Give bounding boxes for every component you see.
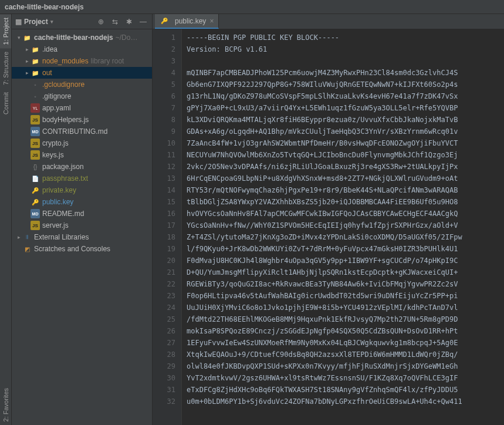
file-icon: 🔑 <box>31 185 40 195</box>
window-title: cache-little-bear-nodejs <box>5 3 84 11</box>
file-icon: JS <box>31 115 40 124</box>
select-opened-file-icon[interactable]: ⊕ <box>96 16 106 27</box>
line-number: 20 <box>153 255 175 267</box>
code-line: RTY53r/mQtNOFwymqChaz6hjPgxPe19+r8r9/Bbe… <box>187 184 499 196</box>
tree-file[interactable]: YLapp.yaml <box>12 102 152 114</box>
line-number: 3 <box>153 55 175 67</box>
code-line: -----BEGIN PGP PUBLIC KEY BLOCK----- <box>187 32 499 43</box>
file-icon: JS <box>31 150 40 160</box>
line-gutter: 1234567891011121314151617181920212223242… <box>153 29 182 425</box>
code-line: l/f9QKyu0+JrK8wDb2WWKUYi0ZvT+7dRrM+0yFuV… <box>187 243 499 255</box>
line-number: 24 <box>153 302 175 313</box>
tree-scratches[interactable]: ◩Scratches and Consoles <box>12 243 152 255</box>
main-layout: 1: Project7: StructureCommit2: Favorites… <box>0 14 504 425</box>
tree-file[interactable]: 📄passphrase.txt <box>12 173 152 184</box>
code-line: 6HrCqENCpoaG9LbpNiP+u8XdgVhXSnxW+msd8+2Z… <box>187 173 499 184</box>
tree-root[interactable]: ▾📁cache-little-bear-nodejs~/Do… <box>12 32 152 43</box>
tree-file[interactable]: JSbodyHelpers.js <box>12 114 152 126</box>
file-icon: JS <box>31 221 40 230</box>
tree-folder[interactable]: ▸📁node_moduleslibrary root <box>12 55 152 67</box>
line-number: 29 <box>153 360 175 372</box>
file-icon: ◦ <box>31 80 40 89</box>
tree-node-suffix: library root <box>91 57 124 65</box>
line-number: 7 <box>153 102 175 114</box>
tree-folder[interactable]: ▸📁out <box>12 67 152 79</box>
library-icon: ⫴ <box>22 232 32 242</box>
collapse-all-icon[interactable]: ⇆ <box>110 16 120 27</box>
tree-node-label: passphrase.txt <box>42 174 88 183</box>
code-line: olwl84e0fJKBDvpQXP1SUd+sKPXx0n7Kvyy/mfjh… <box>187 360 499 372</box>
code-line: GDAs+xA6g/oLgqdH+AQ1Bhp/mVkzCUuljTaeHqbQ… <box>187 126 499 137</box>
line-number: 25 <box>153 313 175 325</box>
project-panel-header: ▦ Project ▾ ⊕ ⇆ ✱ — <box>12 14 152 29</box>
code-content[interactable]: -----BEGIN PGP PUBLIC KEY BLOCK-----Vers… <box>182 29 504 425</box>
code-line: Z+T4ZSl/ytutoMa27jKnXg3oZD+iMvx4zYPDnLak… <box>187 231 499 243</box>
project-panel-title[interactable]: ▦ Project ▾ <box>15 18 53 26</box>
code-line: YvT2xdmtkvwV/2gsz6UHWA+xl9tsRtwWz7Essnsn… <box>187 372 499 384</box>
code-line: hvOVYGcsOaNnHv8FAl7apCMCGwMFCwkIBwIGFQoJ… <box>187 208 499 220</box>
line-number: 23 <box>153 290 175 302</box>
tree-file[interactable]: {}package.json <box>12 161 152 173</box>
settings-icon[interactable]: ✱ <box>124 16 134 27</box>
tool-rail-item[interactable]: 7: Structure <box>0 48 11 89</box>
tool-rail-item[interactable]: 2: Favorites <box>0 384 11 425</box>
code-line: Gb6enG7IXQPF922J297QpP8G+758WIluVWujQRnG… <box>187 79 499 90</box>
code-line: mokIsaP8SPQozE89Cnczj/zSGGdEJpNgfp04SQX5… <box>187 325 499 337</box>
line-number: 27 <box>153 337 175 349</box>
hide-panel-icon[interactable]: — <box>138 16 148 27</box>
tree-file[interactable]: MDREADME.md <box>12 208 152 220</box>
tree-node-suffix: ~/Do… <box>116 33 138 42</box>
line-number: 12 <box>153 161 175 173</box>
tree-file[interactable]: JSkeys.js <box>12 149 152 161</box>
editor[interactable]: 1234567891011121314151617181920212223242… <box>153 29 504 425</box>
folder-icon: 📁 <box>31 56 40 66</box>
file-icon: 📄 <box>31 174 40 183</box>
code-line: D+QU/YumJmsgMflipyXiRclt1AHbjNjlpSQRn1ks… <box>187 267 499 278</box>
tab-public-key[interactable]: 🔑 public.key × <box>155 14 219 29</box>
tree-arrow-icon: ▸ <box>23 58 31 64</box>
tree-file[interactable]: JScrypto.js <box>12 137 152 149</box>
project-tree[interactable]: ▾📁cache-little-bear-nodejs~/Do…▸📁.idea▸📁… <box>12 29 152 425</box>
editor-tab-bar: 🔑 public.key × <box>153 14 504 29</box>
line-number: 19 <box>153 243 175 255</box>
code-line: eTxDFCg8ZjHdXHc9oBq6FQkTWXASH7St18SNAny9… <box>187 384 499 396</box>
tree-file[interactable]: MDCONTRIBUTING.md <box>12 126 152 137</box>
line-number: 17 <box>153 220 175 231</box>
tree-node-label: .idea <box>42 45 57 53</box>
file-icon: {} <box>31 162 40 171</box>
line-number: 5 <box>153 79 175 90</box>
tree-file[interactable]: 🔑private.key <box>12 184 152 196</box>
tree-node-label: private.key <box>42 186 76 194</box>
tool-rail-item[interactable]: Commit <box>0 89 11 118</box>
line-number: 8 <box>153 114 175 126</box>
line-number: 6 <box>153 90 175 102</box>
code-line: 1EFyuFvvwIeEw4SzUNXMoeRfMm9Ny0MxKx04LqBJ… <box>187 337 499 349</box>
tree-node-label: .gitignore <box>42 92 71 100</box>
tree-node-label: crypto.js <box>42 139 69 147</box>
tree-file[interactable]: JSserver.js <box>12 220 152 231</box>
tool-rail-item[interactable]: 1: Project <box>0 14 11 48</box>
folder-icon: 📁 <box>31 68 40 77</box>
code-line: F0op6HLtipva46v5tAufWahBAIg0icrUwdbdT02t… <box>187 290 499 302</box>
code-line: u0m+0bLDM6PY1b+Sj6vduVc24ZOFNa7bDNyLGPxz… <box>187 396 499 407</box>
file-icon: YL <box>31 103 40 113</box>
tree-node-label: public.key <box>42 198 73 206</box>
tree-external-libraries[interactable]: ▸⫴External Libraries <box>12 231 152 243</box>
tree-arrow-icon: ▸ <box>23 70 31 76</box>
line-number: 26 <box>153 325 175 337</box>
line-number: 18 <box>153 231 175 243</box>
code-line: 2vkc/2O5Nev3vDPAAfs/ni6zjRLiUlJGoaLBxuzR… <box>187 161 499 173</box>
line-number: 1 <box>153 32 175 43</box>
tree-file[interactable]: ◦.gcloudignore <box>12 79 152 90</box>
code-line: Version: BCPG v1.61 <box>187 43 499 55</box>
tree-node-label: node_modules <box>42 57 89 65</box>
tree-file[interactable]: ◦.gitignore <box>12 90 152 102</box>
close-icon[interactable]: × <box>209 17 214 25</box>
file-icon: 🔑 <box>31 197 40 207</box>
tree-file[interactable]: 🔑public.key <box>12 196 152 208</box>
tree-node-label: README.md <box>42 210 84 218</box>
tree-folder[interactable]: ▸📁.idea <box>12 43 152 55</box>
line-number: 2 <box>153 43 175 55</box>
code-line: YGcsOaNnHv+fNw//WhY0Z1SPVOm5HEcEqIEIjq0h… <box>187 220 499 231</box>
code-line: /fdMtd22TH68EEhlMKOGeB8MMj9HqxuPnk1EkfRJ… <box>187 313 499 325</box>
